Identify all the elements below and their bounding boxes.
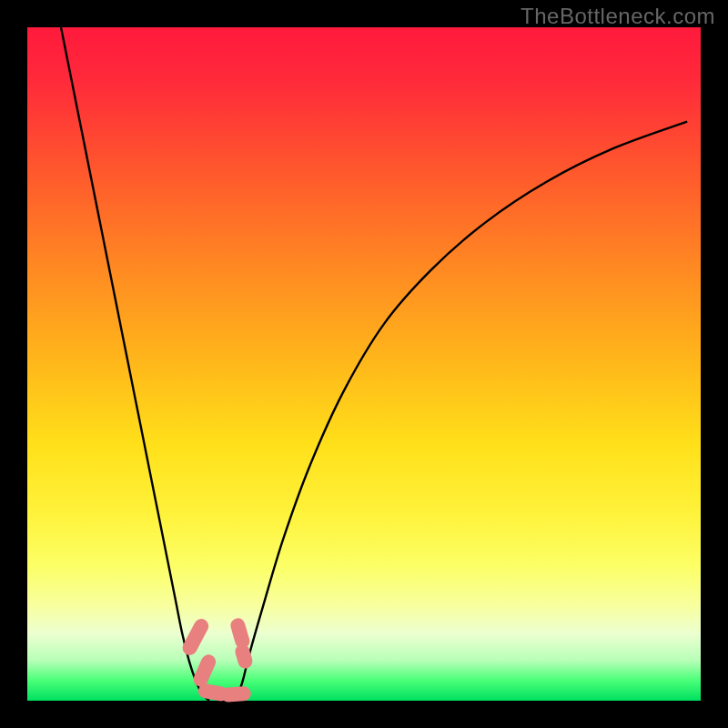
outer-frame: TheBottleneck.com — [0, 0, 728, 728]
watermark-text: TheBottleneck.com — [521, 4, 715, 29]
marker-bottom-right — [221, 685, 252, 702]
left-curve — [61, 27, 209, 701]
right-curve — [236, 122, 687, 701]
curve-layer — [27, 27, 701, 701]
chart-plot-area — [27, 27, 701, 701]
marker-left-top — [180, 616, 212, 658]
marker-right-low — [234, 642, 255, 670]
